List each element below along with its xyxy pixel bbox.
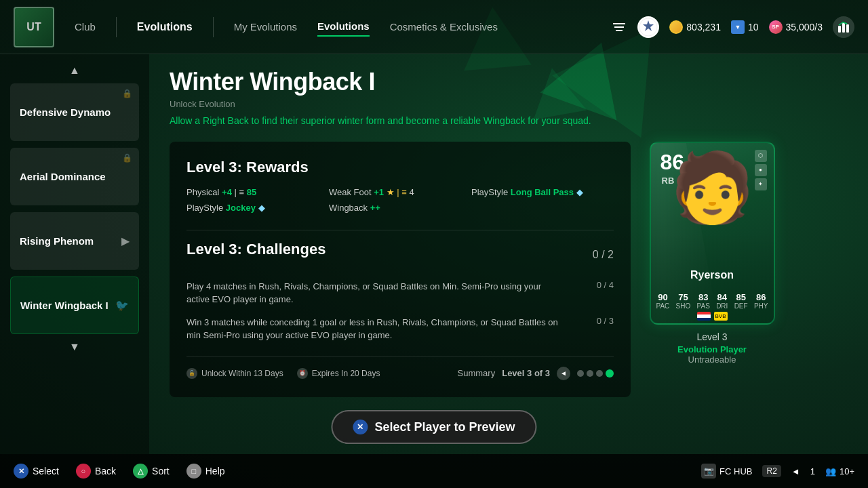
page-description: Allow a Right Back to find their superio… [170,115,631,128]
select-x-icon: ✕ [353,420,368,434]
card-stat-pas-label: PAS [697,302,710,310]
level-dot-3 [596,370,603,377]
players-count: 👥 10+ [825,466,854,476]
nav-my-evolutions[interactable]: My Evolutions [234,18,297,36]
filter-line-3 [616,30,623,31]
nav-items: Club Evolutions My Evolutions Evolutions… [75,17,611,37]
reward-playstyle2-label: PlayStyle [186,203,223,213]
btn-x-select: ✕ [14,464,28,479]
unlock-timer: 🔓 Unlock Within 13 Days [186,368,283,379]
footer-right: Summary Level 3 of 3 ◄ [458,367,614,380]
nav-evolutions-section: Evolutions [137,21,193,33]
top-bar: Club Evolutions My Evolutions Evolutions… [0,0,868,54]
rewards-grid: Physical +4 | ≡ 85 Weak Foot +1 ★ | ≡ 4 … [186,187,614,213]
reward-playstyle2-diamond: ◆ [258,203,265,213]
reward-wingback: Wingback ++ [329,203,471,213]
flag-norway [697,312,711,321]
nav-club[interactable]: Club [75,18,96,36]
nav-divider-2 [213,17,214,37]
filter-icon[interactable] [611,19,627,35]
top-right-area: 803,231 ▼ 10 SP 35,000/3 [611,16,854,38]
team-badge [637,16,659,38]
card-stat-def-label: DEF [734,302,748,310]
card-level-text: Level 3 [677,331,747,342]
reward-physical-label: Physical [186,187,219,197]
sidebar-item-label-rising-phenom: Rising Phenom [20,235,94,248]
player-card-area: 86 RB ⬡ ● ✦ 🧑 Ryerson 90 PAC 75 [644,142,780,397]
sidebar-item-rising-phenom[interactable]: Rising Phenom ▶ [10,212,139,270]
sidebar-arrow-down[interactable]: ▼ [69,341,80,353]
sidebar-item-winter-wingback[interactable]: Winter Wingback I 🐦 [10,277,139,334]
reward-weakfoot-label: Weak Foot [329,187,372,197]
sp-value: 35,000/3 [786,22,823,33]
svg-rect-2 [842,23,845,33]
card-stat-dri: 84 DRI [716,292,728,310]
card-stat-def: 85 DEF [734,292,748,310]
main-panel: Level 3: Rewards Physical +4 | ≡ 85 Weak… [170,142,631,397]
unlock-days-label: Unlock Within 13 Days [201,369,283,378]
sidebar-item-icon-winter-wingback: 🐦 [115,299,129,312]
panel-divider [186,230,614,230]
points-icon: ▼ [731,20,745,34]
camera-icon: 📷 [701,464,716,479]
sidebar-item-defensive-dynamo[interactable]: Defensive Dynamo 🔒 [10,83,139,141]
coins-currency: 803,231 [669,20,721,34]
filter-line-1 [613,23,625,24]
challenge-item-2: Win 3 matches while conceding 1 goal or … [186,316,614,342]
players-icon: 👥 [825,466,836,476]
reward-weakfoot: Weak Foot +1 ★ | ≡ 4 [329,187,471,197]
action-back-label: Back [95,466,116,476]
btn-square-help: □ [186,464,201,479]
level-dot-1 [577,370,584,377]
sidebar-item-label-winter-wingback: Winter Wingback I [20,299,108,312]
nav-divider-1 [116,17,117,37]
card-stat-phy: 86 PHY [754,292,768,310]
card-stat-phy-label: PHY [754,302,768,310]
sidebar-item-aerial-dominance[interactable]: Aerial Dominance 🔒 [10,148,139,205]
panel-footer: 🔓 Unlock Within 13 Days ⏰ Expires In 20 … [186,356,614,380]
filter-line-2 [614,26,624,28]
reward-physical-cap: 85 [247,187,256,197]
sidebar-item-label-aerial-dominance: Aerial Dominance [20,170,106,184]
rewards-title: Level 3: Rewards [186,159,614,176]
nav-left-label: ◄ [791,466,800,476]
sidebar-item-icon-rising-phenom: ▶ [121,235,130,247]
reward-weakfoot-cap: 4 [410,187,414,197]
players-value: 10+ [840,466,854,476]
level-label: Level 3 of 3 [502,368,550,378]
nav-evolutions-active[interactable]: Evolutions [317,17,370,37]
action-sort-label: Sort [152,466,170,476]
content-area: Level 3: Rewards Physical +4 | ≡ 85 Weak… [170,142,848,397]
reward-physical-sep: | ≡ [235,187,247,197]
level-prev-btn[interactable]: ◄ [557,367,570,380]
action-back[interactable]: ○ Back [76,464,116,479]
action-select[interactable]: ✕ Select [14,464,59,479]
nav-cosmetics[interactable]: Cosmetics & Exclusives [390,18,498,36]
challenge-text-1: Play 4 matches in Rush, Rivals, Champion… [186,280,566,306]
card-stat-def-val: 85 [734,292,748,302]
select-player-button[interactable]: ✕ Select Player to Preview [331,410,536,444]
action-sort[interactable]: △ Sort [133,464,170,479]
card-stat-sho-val: 75 [676,292,691,302]
card-stat-sho-label: SHO [676,302,691,310]
fc-hub-label: 📷 FC HUB [701,464,752,479]
player-avatar: 🧑 [651,153,774,221]
action-help[interactable]: □ Help [186,464,225,479]
svg-rect-3 [846,24,849,33]
summary-label: Summary [458,368,496,378]
challenge-text-2: Win 3 matches while conceding 1 goal or … [186,316,566,342]
card-stats: 90 PAC 75 SHO 83 PAS 84 DRI [656,292,768,310]
card-stat-pac: 90 PAC [656,292,670,310]
btn-triangle-sort: △ [133,464,148,479]
stats-icon[interactable] [833,16,854,38]
lock-icon-aerial-dominance: 🔒 [122,153,132,163]
player-card: 86 RB ⬡ ● ✦ 🧑 Ryerson 90 PAC 75 [650,142,775,325]
sp-icon: SP [769,20,783,34]
ut-logo [14,7,54,47]
select-player-label: Select Player to Preview [374,420,515,434]
card-stat-pas: 83 PAS [697,292,710,310]
card-level-info: Level 3 Evolution Player Untradeable [677,331,747,365]
sidebar-arrow-up[interactable]: ▲ [69,64,80,77]
card-stat-dri-val: 84 [716,292,728,302]
bottom-bar: ✕ Select ○ Back △ Sort □ Help 📷 FC HUB R… [0,454,868,488]
